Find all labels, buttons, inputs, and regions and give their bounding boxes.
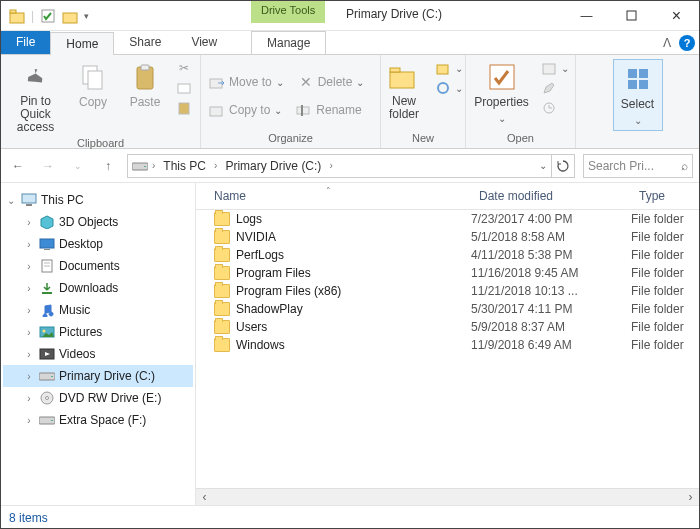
rename-button[interactable]: Rename [294,101,363,119]
folder-icon [214,284,230,298]
cut-button[interactable]: ✂ [174,59,194,77]
list-row[interactable]: NVIDIA 5/1/2018 8:58 AM File folder [196,228,699,246]
copy-to-button[interactable]: Copy to [207,101,284,119]
breadcrumb-this-pc[interactable]: This PC [159,157,210,175]
edit-button[interactable] [539,79,571,97]
tab-view[interactable]: View [176,31,232,54]
column-header-name[interactable]: Name˄ [196,183,471,209]
chevron-right-icon[interactable]: › [23,349,35,360]
copy-path-icon [176,80,192,96]
maximize-button[interactable] [609,1,654,31]
select-label: Select [621,97,654,111]
open-button[interactable] [539,59,571,77]
new-item-icon [435,60,451,76]
chevron-right-icon[interactable]: › [23,415,35,426]
chevron-right-icon[interactable]: › [23,239,35,250]
tab-manage[interactable]: Manage [251,31,326,54]
chevron-right-icon[interactable]: › [23,305,35,316]
tree-item[interactable]: › Music [3,299,193,321]
paste-shortcut-button[interactable] [174,99,194,117]
recent-locations-button[interactable]: ⌄ [67,155,89,177]
tree-item[interactable]: › Documents [3,255,193,277]
tree-item[interactable]: › DVD RW Drive (E:) [3,387,193,409]
paste-button[interactable]: Paste [122,59,168,111]
properties-qat-icon[interactable] [40,8,56,24]
move-to-button[interactable]: Move to [207,73,286,91]
pin-to-quick-access-button[interactable]: Pin to Quick access [7,59,64,137]
list-row[interactable]: Windows 11/9/2018 6:49 AM File folder [196,336,699,354]
copy-path-button[interactable] [174,79,194,97]
horizontal-scrollbar[interactable]: ‹ › [196,488,699,505]
up-button[interactable]: ↑ [97,155,119,177]
forward-button[interactable]: → [37,155,59,177]
svg-rect-25 [639,80,648,89]
breadcrumb-current[interactable]: Primary Drive (C:) [221,157,325,175]
row-date: 5/30/2017 4:11 PM [471,302,631,316]
new-item-button[interactable] [433,59,465,77]
list-row[interactable]: Program Files (x86) 11/21/2018 10:13 ...… [196,282,699,300]
list-row[interactable]: PerfLogs 4/11/2018 5:38 PM File folder [196,246,699,264]
tree-label: This PC [41,193,84,207]
tree-item[interactable]: › Extra Space (F:) [3,409,193,431]
refresh-button[interactable] [551,154,575,178]
tree-item-icon [39,236,55,252]
close-button[interactable]: × [654,1,699,31]
tab-file[interactable]: File [1,31,50,54]
tree-item[interactable]: › 3D Objects [3,211,193,233]
scroll-right-icon[interactable]: › [682,489,699,506]
row-date: 4/11/2018 5:38 PM [471,248,631,262]
chevron-right-icon[interactable]: › [214,160,217,171]
tab-home[interactable]: Home [50,32,114,55]
tree-this-pc[interactable]: ⌄ This PC [3,189,193,211]
explorer-icon[interactable] [9,8,25,24]
delete-icon: ✕ [298,74,314,90]
list-row[interactable]: Users 5/9/2018 8:37 AM File folder [196,318,699,336]
tree-item[interactable]: › Pictures [3,321,193,343]
chevron-right-icon[interactable]: › [23,261,35,272]
chevron-right-icon[interactable]: › [23,371,35,382]
breadcrumb[interactable]: › This PC › Primary Drive (C:) › ⌄ [127,154,552,178]
new-folder-qat-icon[interactable] [62,8,78,24]
list-row[interactable]: Logs 7/23/2017 4:00 PM File folder [196,210,699,228]
help-icon[interactable]: ? [679,35,695,51]
easy-access-button[interactable] [433,79,465,97]
select-button[interactable]: Select [615,61,661,129]
properties-button[interactable]: Properties [470,59,533,127]
row-date: 11/16/2018 9:45 AM [471,266,631,280]
collapse-ribbon-icon[interactable]: ᐱ [663,36,671,50]
chevron-right-icon[interactable]: › [23,283,35,294]
chevron-down-icon [634,113,642,127]
list-row[interactable]: ShadowPlay 5/30/2017 4:11 PM File folder [196,300,699,318]
tree-item[interactable]: › Videos [3,343,193,365]
delete-button[interactable]: ✕Delete [296,73,367,91]
column-header-type[interactable]: Type [631,183,699,209]
tree-item[interactable]: › Primary Drive (C:) [3,365,193,387]
tree-item-icon [39,324,55,340]
tab-share[interactable]: Share [114,31,176,54]
chevron-right-icon[interactable]: › [23,393,35,404]
move-to-icon [209,74,225,90]
chevron-right-icon[interactable]: › [152,160,155,171]
svg-rect-10 [179,103,189,114]
back-button[interactable]: ← [7,155,29,177]
navigation-tree[interactable]: ⌄ This PC › 3D Objects › Desktop › Docum… [1,183,196,505]
copy-button[interactable]: Copy [70,59,116,111]
tree-item[interactable]: › Downloads [3,277,193,299]
address-dropdown-icon[interactable]: ⌄ [539,160,547,171]
chevron-right-icon[interactable]: › [23,327,35,338]
scroll-left-icon[interactable]: ‹ [196,489,213,506]
qat-dropdown-icon[interactable]: ▾ [84,11,89,21]
chevron-down-icon[interactable]: ⌄ [5,195,17,206]
new-folder-button[interactable]: New folder [381,59,427,123]
list-row[interactable]: Program Files 11/16/2018 9:45 AM File fo… [196,264,699,282]
history-button[interactable] [539,99,571,117]
column-header-date[interactable]: Date modified [471,183,631,209]
search-input[interactable]: Search Pri... ⌕ [583,154,693,178]
minimize-button[interactable]: — [564,1,609,31]
chevron-right-icon[interactable]: › [329,160,332,171]
chevron-right-icon[interactable]: › [23,217,35,228]
row-name: NVIDIA [236,230,276,244]
pin-label: Pin to Quick access [11,95,60,135]
tree-item[interactable]: › Desktop [3,233,193,255]
svg-rect-20 [543,64,555,74]
